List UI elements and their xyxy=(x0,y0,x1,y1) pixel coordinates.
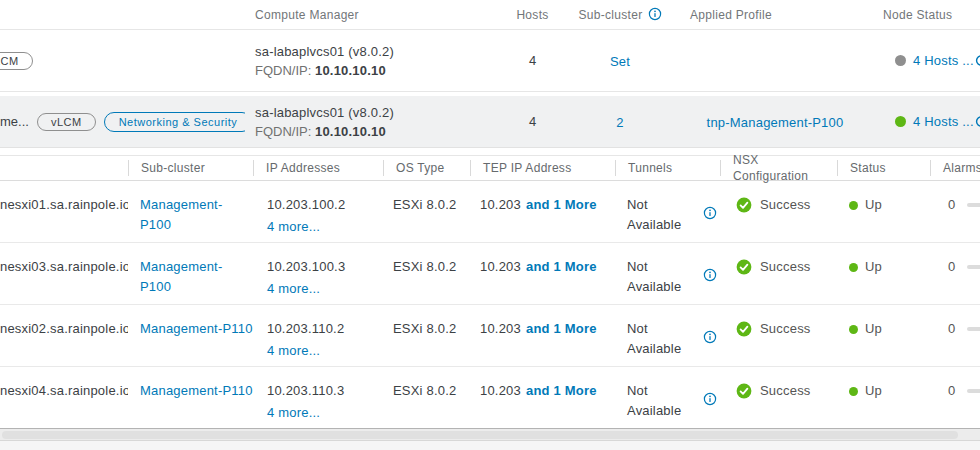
cluster-row-2[interactable]: me... vLCM Networking & Security sa-laba… xyxy=(0,92,980,148)
host-table-row[interactable]: nesxi04.sa.rainpole.io Management-P110 1… xyxy=(0,367,980,429)
applied-profile-link[interactable]: tnp-Management-P100 xyxy=(707,115,844,130)
cluster-row-1[interactable]: vLCM sa-labaplvcs01 (v8.0.2) FQDN/IP: 10… xyxy=(0,30,980,92)
tunnels-value: Not Available xyxy=(627,195,689,235)
th-alarms[interactable]: Alarms xyxy=(930,160,980,176)
cluster-badges: vLCM xyxy=(0,52,245,70)
sub-cluster-link[interactable]: Management-P110 xyxy=(140,383,253,398)
th-tunnels[interactable]: Tunnels xyxy=(615,160,720,176)
node-status-link[interactable]: 4 Hosts ... xyxy=(913,114,974,129)
ip-address: 10.203.110.2 xyxy=(267,321,344,336)
compute-manager-fqdn: FQDN/IP: 10.10.10.10 xyxy=(255,122,505,141)
column-applied-profile: Applied Profile xyxy=(680,8,870,22)
node-status-link[interactable]: 4 Hosts ... xyxy=(913,53,974,68)
compute-manager-name: sa-labaplvcs01 (v8.0.2) xyxy=(255,42,505,61)
success-check-icon xyxy=(736,259,752,275)
ip-address: 10.203.100.3 xyxy=(267,259,345,274)
th-tep-ip-address[interactable]: TEP IP Address xyxy=(470,160,615,176)
vlcm-badge: vLCM xyxy=(0,52,33,70)
th-os-type[interactable]: OS Type xyxy=(383,160,470,176)
alarms-sparkline xyxy=(967,389,980,393)
alarms-count: 0 xyxy=(948,195,955,215)
fqdn-label: FQDN/IP: xyxy=(255,124,311,139)
ip-more-link[interactable]: 4 more... xyxy=(267,217,383,237)
success-check-icon xyxy=(736,383,752,399)
alarms-count: 0 xyxy=(948,319,955,339)
node-status-dot xyxy=(895,55,906,66)
th-status[interactable]: Status xyxy=(837,160,930,176)
tep-ip: 10.203 xyxy=(480,383,521,398)
tunnels-value: Not Available xyxy=(627,257,689,297)
scrollbar-thumb[interactable] xyxy=(2,431,958,439)
nsx-configuration-value: Success xyxy=(760,257,811,277)
info-icon[interactable] xyxy=(703,268,717,297)
os-type: ESXi 8.0.2 xyxy=(383,367,470,401)
fqdn-label: FQDN/IP: xyxy=(255,63,311,78)
column-sub-cluster: Sub-cluster xyxy=(560,7,680,22)
tep-more-link[interactable]: and 1 More xyxy=(526,259,597,274)
sub-cluster-link[interactable]: Management-P100 xyxy=(140,197,222,232)
column-compute-manager: Compute Manager xyxy=(245,8,505,22)
status-value: Up xyxy=(865,257,882,277)
alarms-sparkline xyxy=(967,327,980,331)
status-value: Up xyxy=(865,195,882,215)
host-table-row[interactable]: nesxi02.sa.rainpole.io Management-P110 1… xyxy=(0,305,980,367)
vlcm-badge: vLCM xyxy=(37,113,96,131)
os-type: ESXi 8.0.2 xyxy=(383,305,470,339)
host-table-row[interactable]: nesxi03.sa.rainpole.io Management-P100 1… xyxy=(0,243,980,305)
sub-cluster-link[interactable]: Management-P110 xyxy=(140,321,253,336)
th-nsx-configuration[interactable]: NSX Configuration xyxy=(720,160,837,176)
success-check-icon xyxy=(736,321,752,337)
refresh-icon[interactable] xyxy=(974,114,980,129)
compute-manager-fqdn: FQDN/IP: 10.10.10.10 xyxy=(255,61,505,80)
alarms-sparkline xyxy=(967,203,980,207)
tep-more-link[interactable]: and 1 More xyxy=(526,321,597,336)
tunnels-value: Not Available xyxy=(627,319,689,359)
host-cluster-panel: Compute Manager Hosts Sub-cluster Applie… xyxy=(0,0,980,450)
tep-ip: 10.203 xyxy=(480,197,521,212)
tep-more-link[interactable]: and 1 More xyxy=(526,383,597,398)
nsx-configuration-value: Success xyxy=(760,195,811,215)
fqdn-value: 10.10.10.10 xyxy=(315,63,386,78)
alarms-sparkline xyxy=(967,265,980,269)
info-icon[interactable] xyxy=(648,7,662,21)
th-sub-cluster[interactable]: Sub-cluster xyxy=(128,160,253,176)
th-ip-addresses[interactable]: IP Addresses xyxy=(253,160,383,176)
cluster-name-truncated: me... xyxy=(0,114,29,129)
host-table-row[interactable]: nesxi01.sa.rainpole.io Management-P100 1… xyxy=(0,181,980,243)
os-type: ESXi 8.0.2 xyxy=(383,243,470,277)
tunnels-value: Not Available xyxy=(627,381,689,421)
info-icon[interactable] xyxy=(703,392,717,421)
tep-more-link[interactable]: and 1 More xyxy=(526,197,597,212)
ip-more-link[interactable]: 4 more... xyxy=(267,279,383,299)
host-table: Sub-cluster IP Addresses OS Type TEP IP … xyxy=(0,155,980,429)
status-value: Up xyxy=(865,319,882,339)
hosts-count: 4 xyxy=(505,114,560,129)
sub-cluster-count-link[interactable]: 2 xyxy=(616,115,623,130)
compute-manager-cell: sa-labaplvcs01 (v8.0.2) FQDN/IP: 10.10.1… xyxy=(245,103,505,141)
os-type: ESXi 8.0.2 xyxy=(383,181,470,215)
status-dot xyxy=(849,263,858,272)
networking-security-badge: Networking & Security xyxy=(104,112,245,132)
info-icon[interactable] xyxy=(703,330,717,359)
host-name: nesxi03.sa.rainpole.io xyxy=(0,243,128,277)
ip-more-link[interactable]: 4 more... xyxy=(267,341,383,361)
info-icon[interactable] xyxy=(703,206,717,235)
sub-cluster-set-link[interactable]: Set xyxy=(610,54,630,69)
column-node-status: Node Status xyxy=(870,8,980,22)
host-name: nesxi01.sa.rainpole.io xyxy=(0,181,128,215)
column-hosts: Hosts xyxy=(505,8,560,22)
status-dot xyxy=(849,325,858,334)
compute-manager-name: sa-labaplvcs01 (v8.0.2) xyxy=(255,103,505,122)
success-check-icon xyxy=(736,197,752,213)
refresh-icon[interactable] xyxy=(974,53,980,68)
alarms-count: 0 xyxy=(948,257,955,277)
cluster-table-header: Compute Manager Hosts Sub-cluster Applie… xyxy=(0,0,980,30)
th-host xyxy=(0,160,128,176)
alarms-count: 0 xyxy=(948,381,955,401)
host-table-header: Sub-cluster IP Addresses OS Type TEP IP … xyxy=(0,155,980,181)
column-sub-cluster-label: Sub-cluster xyxy=(579,8,643,22)
horizontal-scrollbar[interactable] xyxy=(0,428,980,441)
hosts-count: 4 xyxy=(505,53,560,68)
ip-more-link[interactable]: 4 more... xyxy=(267,403,383,423)
sub-cluster-link[interactable]: Management-P100 xyxy=(140,259,222,294)
